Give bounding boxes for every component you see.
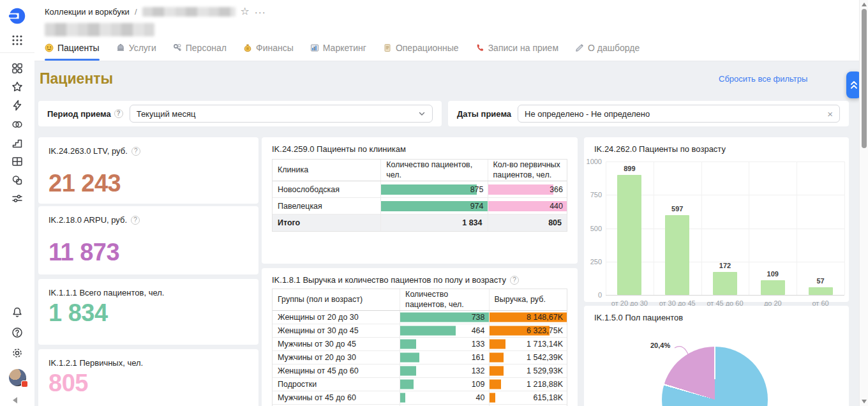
redacted-workbook-breadcrumb[interactable] [142, 7, 236, 17]
phone-icon [475, 43, 484, 52]
help-icon[interactable]: ? [131, 216, 140, 225]
nav-datasets-icon[interactable] [11, 156, 23, 167]
bar-cell: 366 [488, 181, 567, 197]
table-row: Женщины от 20 до 307388 148,67K [273, 311, 567, 324]
period-select[interactable]: Текущий месяц [130, 105, 433, 123]
user-avatar[interactable] [9, 369, 26, 386]
cell-value: 875 [470, 185, 484, 194]
scrollbar-down-arrow[interactable] [862, 400, 867, 403]
nav-favorites-icon[interactable] [11, 81, 23, 93]
value-bar [490, 353, 504, 363]
favorite-star-icon[interactable]: ☆ [241, 6, 250, 17]
nav-collections-icon[interactable] [11, 63, 23, 74]
more-actions-icon[interactable]: ··· [255, 7, 266, 17]
tab-appointments[interactable]: Записи на прием [475, 40, 558, 61]
apps-menu-icon[interactable] [11, 34, 23, 46]
bar-cell: 440 [488, 198, 567, 214]
breadcrumb-collections-link[interactable]: Коллекции и воркбуки [45, 7, 130, 17]
keys-icon [173, 43, 182, 52]
kpi-value: 21 243 [49, 170, 248, 197]
help-icon[interactable]: ? [131, 147, 140, 156]
kpi-value: 805 [49, 370, 248, 397]
column-header: Количество пациентов, чел. [400, 289, 488, 310]
nav-services-icon[interactable] [11, 193, 23, 204]
total-label: Итого [273, 214, 380, 231]
tab-services[interactable]: Услуги [116, 40, 156, 61]
value-bar [400, 340, 416, 349]
bar[interactable] [761, 280, 785, 295]
value-bar [400, 380, 413, 389]
bar[interactable] [809, 287, 833, 295]
widget-age-chart: IK.24.262.0 Пациенты по возрасту 0250500… [584, 137, 849, 302]
settings-gear-icon[interactable] [11, 347, 23, 359]
nav-connections-icon[interactable] [11, 119, 23, 130]
dates-input[interactable]: Не определено - Не определено × [518, 105, 840, 123]
help-icon[interactable]: ? [510, 276, 519, 285]
cell-value: 366 [550, 185, 563, 194]
column-header: Кол-во первичных пациентов, чел. [488, 160, 567, 181]
kpi-value: 1 834 [49, 299, 248, 327]
tab-finance[interactable]: Финансы [243, 40, 294, 61]
cell-value: 974 [470, 202, 484, 211]
scrollbar-up-arrow[interactable] [862, 3, 867, 6]
kpi-title: IK.24.263.0 LTV, руб.? [49, 146, 248, 156]
help-circle-icon[interactable] [11, 327, 23, 338]
bar-value-label: 597 [654, 205, 701, 213]
tab-label: Услуги [129, 43, 156, 53]
table-header-row: Группы (пол и возраст)Количество пациент… [273, 289, 567, 311]
column-header: Выручка, руб. [489, 289, 567, 310]
nav-recent-icon[interactable] [11, 100, 23, 111]
table-row: Женщины от 45 до 601321 529,93K [273, 365, 567, 378]
gridline [844, 162, 845, 295]
tab-operations[interactable]: Операционные [383, 40, 459, 61]
breadcrumb-separator: / [135, 7, 137, 17]
reset-filters-link[interactable]: Сбросить все фильтры [719, 74, 807, 84]
bar-cell: 40 [400, 391, 488, 404]
cell-value: 161 [472, 353, 485, 362]
gridline [606, 162, 606, 295]
bar-cell: 974 [380, 198, 487, 214]
nav-charts-icon[interactable] [11, 137, 23, 149]
y-tick-label: 0 [585, 291, 602, 299]
tab-patients[interactable]: Пациенты [45, 40, 100, 61]
bar[interactable] [617, 175, 641, 295]
bar-chart-icon [310, 43, 319, 52]
cell-value: 464 [472, 326, 485, 335]
value-bar [400, 393, 405, 403]
cell-value: 109 [472, 380, 485, 389]
nav-workbooks-icon[interactable] [11, 174, 23, 186]
kpi-card-primary-patients: IK.1.2.1 Первичных, чел.805 [38, 349, 258, 406]
sidebar-collapse-icon[interactable] [13, 397, 17, 403]
tab-marketing[interactable]: Маркетинг [310, 40, 366, 61]
clinics-table: КлиникаКоличество пациентов, чел.Кол-во … [272, 159, 567, 232]
notifications-bell-icon[interactable] [11, 306, 23, 318]
help-icon[interactable]: ? [114, 109, 123, 118]
bar-cell: 615,18K [489, 391, 567, 404]
y-tick-label: 1000 [585, 158, 602, 165]
bar-cell: 6 323,75K [489, 324, 567, 337]
column-header: Клиника [273, 160, 380, 181]
scrollbar-thumb[interactable] [862, 9, 867, 148]
scroll-icon [383, 43, 392, 52]
bar-cell: 464 [400, 324, 488, 337]
datalens-logo[interactable] [8, 7, 26, 25]
double-chevron-up-icon [849, 79, 859, 91]
bar[interactable] [713, 272, 737, 295]
redacted-dashboard-title [45, 23, 154, 36]
cell-value: 1 713,14K [527, 340, 563, 349]
bar-cell: 1 542,39K [489, 351, 567, 364]
column-header: Группы (пол и возраст) [273, 289, 400, 310]
bar[interactable] [665, 215, 689, 295]
bell-icon [116, 43, 125, 52]
tab-personnel[interactable]: Персонал [173, 40, 227, 61]
clear-icon[interactable]: × [827, 109, 833, 119]
tab-about[interactable]: О дашборде [575, 40, 640, 61]
page-title: Пациенты [40, 70, 113, 87]
cell-value: 132 [472, 366, 485, 375]
table-row: Мужчины от 30 до 451331 713,14K [273, 338, 567, 351]
bar-value-label: 109 [749, 270, 797, 278]
column-header: Количество пациентов, чел. [380, 160, 487, 181]
tab-label: Персонал [186, 43, 227, 53]
gridline [606, 195, 844, 195]
cell-value: 6 323,75K [527, 326, 563, 335]
